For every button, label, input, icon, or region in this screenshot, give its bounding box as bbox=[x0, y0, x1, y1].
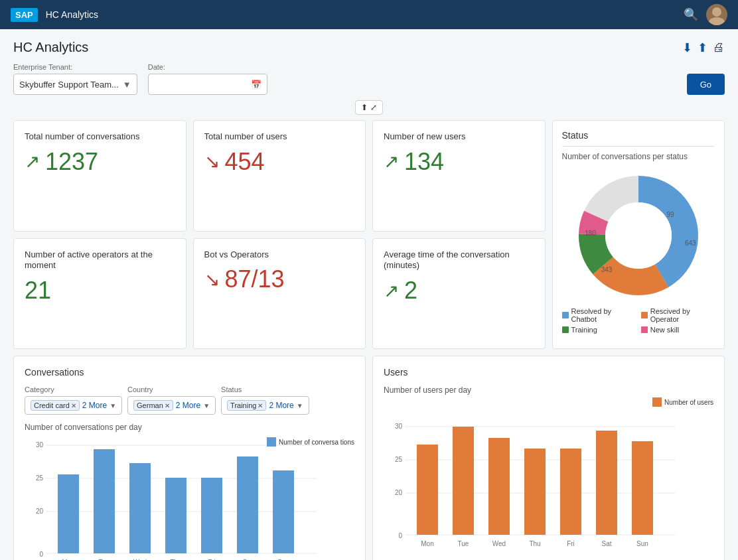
conversations-chart-card: Conversations Category Credit card ✕ 2 M… bbox=[13, 356, 366, 560]
legend-newskill-label: New skill bbox=[650, 326, 679, 334]
category-filter-group: Category Credit card ✕ 2 More ▼ bbox=[25, 385, 122, 415]
users-bar-chart: Number of users 30 25 20 0 bbox=[384, 419, 713, 553]
collapse-expand-icon: ⤢ bbox=[370, 103, 377, 112]
avatar[interactable] bbox=[706, 4, 727, 25]
page-actions: ⬇ ⬆ 🖨 bbox=[682, 40, 725, 55]
kpi-total-users: Total number of users ↘ 454 bbox=[193, 120, 366, 232]
collapse-toggle[interactable]: ⬆ ⤢ bbox=[355, 100, 383, 115]
sap-logo: SAP bbox=[11, 8, 38, 22]
users-chart-title: Users bbox=[384, 367, 713, 378]
print-button[interactable]: 🖨 bbox=[713, 40, 725, 55]
bar-tue bbox=[94, 449, 115, 553]
tenant-select[interactable]: Skybuffer Support Team... ▼ bbox=[13, 74, 137, 95]
date-input[interactable]: 📅 bbox=[148, 74, 267, 95]
page-title: HC Analytics bbox=[13, 40, 88, 55]
training-tag: Training ✕ bbox=[227, 400, 266, 411]
users-svg: 30 25 20 0 bbox=[384, 419, 689, 551]
conversations-svg: 30 25 20 0 bbox=[25, 437, 330, 560]
topnav-title: HC Analytics bbox=[46, 9, 98, 20]
tenant-arrow-icon: ▼ bbox=[123, 80, 131, 90]
german-tag: German ✕ bbox=[133, 400, 173, 411]
users-bar-fri bbox=[560, 449, 581, 535]
users-bar-mon bbox=[417, 445, 438, 535]
users-bar-thu bbox=[524, 449, 546, 535]
svg-text:30: 30 bbox=[395, 423, 403, 430]
country-arrow-icon: ▼ bbox=[203, 402, 210, 409]
legend-training: Training bbox=[562, 326, 636, 334]
svg-text:0: 0 bbox=[398, 532, 402, 539]
svg-point-1 bbox=[709, 17, 725, 25]
legend-training-label: Training bbox=[571, 326, 597, 334]
credit-card-tag-remove[interactable]: ✕ bbox=[71, 402, 76, 409]
kpi-avg-time-value: ↗ 2 bbox=[384, 277, 534, 305]
kpi-total-users-label: Total number of users bbox=[204, 131, 355, 143]
status-card: Status Number of conversations per statu… bbox=[552, 120, 725, 349]
category-filter-label: Category bbox=[25, 385, 122, 393]
status-arrow-icon: ▼ bbox=[297, 402, 303, 409]
svg-text:643: 643 bbox=[685, 240, 696, 247]
users-legend-dot bbox=[652, 397, 662, 407]
conversations-legend-label: Number of conversa tions bbox=[279, 439, 354, 446]
tenant-label: Enterprise Tenant: bbox=[13, 63, 137, 71]
topnav-left: SAP HC Analytics bbox=[11, 8, 98, 22]
kpi-avg-time-label: Average time of the conversation (minute… bbox=[384, 249, 534, 272]
collapse-bar: ⬆ ⤢ bbox=[13, 100, 725, 115]
conversations-chart-title: Conversations bbox=[25, 367, 354, 378]
svg-point-0 bbox=[712, 7, 721, 17]
bar-sat bbox=[237, 456, 258, 553]
legend-newskill-dot bbox=[641, 326, 648, 333]
svg-text:Sat: Sat bbox=[601, 540, 611, 547]
german-tag-remove[interactable]: ✕ bbox=[165, 402, 170, 409]
status-filter-input[interactable]: Training ✕ 2 More ▼ bbox=[221, 396, 309, 415]
users-legend: Number of users bbox=[652, 397, 713, 407]
legend-operator-label: Rescived by Operator bbox=[650, 307, 715, 323]
category-filter-input[interactable]: Credit card ✕ 2 More ▼ bbox=[25, 396, 122, 415]
kpi-bot-operators-value: ↘ 87/13 bbox=[204, 265, 355, 293]
arrow-up3-icon: ↗ bbox=[384, 280, 399, 302]
status-subtitle: Number of conversations per status bbox=[562, 152, 715, 161]
bar-sun bbox=[273, 470, 294, 553]
status-filter-label: Status bbox=[221, 385, 309, 393]
training-tag-remove[interactable]: ✕ bbox=[258, 402, 263, 409]
topnav-right: 🔍 bbox=[684, 4, 727, 25]
svg-point-7 bbox=[605, 202, 672, 269]
svg-text:Tue: Tue bbox=[458, 540, 469, 547]
page: HC Analytics ⬇ ⬆ 🖨 Enterprise Tenant: Sk… bbox=[0, 29, 738, 560]
search-icon[interactable]: 🔍 bbox=[684, 7, 698, 22]
kpi-active-operators: Number of active operators at the moment… bbox=[13, 238, 186, 350]
chart-legend: Resolved by Chatbot Rescived by Operator… bbox=[562, 307, 715, 334]
bar-thu bbox=[165, 478, 186, 553]
legend-chatbot-dot bbox=[562, 312, 569, 318]
country-filter-label: Country bbox=[127, 385, 216, 393]
bar-mon bbox=[58, 474, 79, 553]
legend-newskill: New skill bbox=[641, 326, 715, 334]
conversations-filters: Category Credit card ✕ 2 More ▼ Country bbox=[25, 385, 354, 415]
category-more-badge: 2 More bbox=[82, 401, 107, 410]
svg-text:99: 99 bbox=[666, 211, 674, 218]
svg-text:Mon: Mon bbox=[421, 540, 433, 547]
kpi-new-users: Number of new users ↗ 134 bbox=[372, 120, 546, 232]
legend-chatbot: Resolved by Chatbot bbox=[562, 307, 636, 323]
svg-text:180: 180 bbox=[585, 230, 596, 237]
status-title: Status bbox=[562, 130, 715, 141]
country-filter-input[interactable]: German ✕ 2 More ▼ bbox=[127, 396, 216, 415]
go-button[interactable]: Go bbox=[687, 74, 725, 95]
svg-text:20: 20 bbox=[395, 489, 403, 496]
collapse-up-icon: ⬆ bbox=[361, 103, 368, 112]
arrow-down-icon: ↘ bbox=[204, 151, 220, 173]
topnav: SAP HC Analytics 🔍 bbox=[0, 0, 738, 29]
download-button[interactable]: ⬇ bbox=[682, 40, 692, 55]
country-filter-group: Country German ✕ 2 More ▼ bbox=[127, 385, 216, 415]
conversations-chart-subtitle: Number of conversations per day bbox=[25, 423, 354, 432]
donut-chart: 99 643 343 180 bbox=[572, 169, 705, 302]
kpi-new-users-value: ↗ 134 bbox=[384, 148, 534, 176]
kpi-total-conversations: Total number of conversations ↗ 1237 bbox=[13, 120, 186, 232]
kpi-bot-operators-label: Bot vs Operators bbox=[204, 249, 355, 261]
credit-card-tag: Credit card ✕ bbox=[31, 400, 80, 411]
tenant-value: Skybuffer Support Team... bbox=[19, 80, 119, 90]
legend-operator: Rescived by Operator bbox=[641, 307, 715, 323]
users-bar-wed bbox=[488, 438, 510, 535]
country-more-badge: 2 More bbox=[176, 401, 200, 410]
svg-text:343: 343 bbox=[601, 266, 612, 273]
upload-button[interactable]: ⬆ bbox=[698, 40, 707, 55]
